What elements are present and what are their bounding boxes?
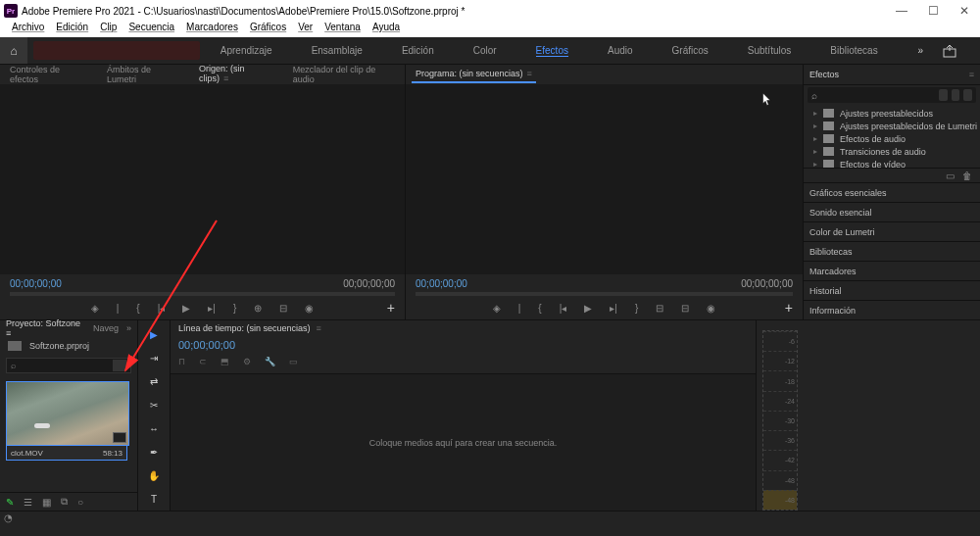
panel-markers[interactable]: Marcadores bbox=[804, 261, 980, 280]
razor-tool-icon[interactable]: ✂ bbox=[146, 397, 162, 413]
panel-menu-icon[interactable]: ≡ bbox=[527, 69, 532, 78]
slip-tool-icon[interactable]: ↔ bbox=[146, 420, 162, 436]
overwrite-icon[interactable]: ⊟ bbox=[279, 303, 287, 314]
workspace-tab-active[interactable]: Efectos bbox=[536, 45, 568, 57]
filter-box-icon[interactable] bbox=[113, 360, 126, 371]
go-out-icon[interactable]: } bbox=[233, 303, 236, 314]
project-home-field[interactable] bbox=[33, 41, 200, 60]
menu-item[interactable]: Ventana bbox=[318, 22, 367, 32]
workspace-tab[interactable]: Gráficos bbox=[672, 45, 709, 56]
linked-selection-icon[interactable]: ⊂ bbox=[199, 357, 207, 366]
tree-row[interactable]: ▸Efectos de vídeo bbox=[804, 158, 980, 168]
panel-essential-sound[interactable]: Sonido esencial bbox=[804, 202, 980, 221]
workspace-tab[interactable]: Bibliotecas bbox=[830, 45, 877, 56]
menu-item[interactable]: Marcadores bbox=[180, 22, 244, 32]
menu-item[interactable]: Archivo bbox=[6, 22, 50, 32]
selection-tool-icon[interactable]: ▶ bbox=[146, 326, 162, 342]
play-icon[interactable]: ▶ bbox=[584, 303, 592, 314]
workspace-tab[interactable]: Edición bbox=[402, 45, 434, 56]
twirl-icon[interactable]: ▸ bbox=[813, 122, 817, 130]
close-button[interactable]: ✕ bbox=[949, 0, 980, 22]
step-back-icon[interactable]: |◂ bbox=[560, 303, 567, 314]
maximize-button[interactable]: ☐ bbox=[917, 0, 949, 22]
tab-timeline[interactable]: Línea de tiempo: (sin secuencias) bbox=[178, 323, 311, 333]
panel-essential-graphics[interactable]: Gráficos esenciales bbox=[804, 182, 980, 202]
go-out-icon[interactable]: } bbox=[635, 303, 638, 314]
go-in-icon[interactable]: { bbox=[136, 303, 139, 314]
mark-out-icon[interactable]: | bbox=[518, 303, 521, 314]
workspace-tab[interactable]: Color bbox=[473, 45, 497, 56]
menu-item[interactable]: Clip bbox=[94, 22, 122, 32]
insert-icon[interactable]: ⊕ bbox=[254, 303, 262, 314]
tree-row[interactable]: ▸Transiciones de audio bbox=[804, 145, 980, 158]
type-tool-icon[interactable]: T bbox=[146, 491, 162, 507]
mark-out-icon[interactable]: | bbox=[117, 303, 120, 314]
workspace-tab[interactable]: Ensamblaje bbox=[312, 45, 363, 56]
ripple-tool-icon[interactable]: ⇄ bbox=[146, 373, 162, 389]
tree-row[interactable]: ▸Efectos de audio bbox=[804, 132, 980, 145]
home-button[interactable]: ⌂ bbox=[0, 37, 27, 64]
menu-item[interactable]: Edición bbox=[50, 22, 94, 32]
export-frame-icon[interactable]: ◉ bbox=[707, 303, 715, 314]
effects-search-input[interactable] bbox=[821, 89, 935, 101]
step-back-icon[interactable]: |◂ bbox=[158, 303, 166, 314]
tab-media-browser[interactable]: Naveg bbox=[93, 323, 119, 333]
panel-overflow-icon[interactable]: » bbox=[126, 323, 131, 333]
preset-filter-icon[interactable] bbox=[939, 89, 948, 101]
panel-lumetri-color[interactable]: Color de Lumetri bbox=[804, 221, 980, 241]
source-timecode-left[interactable]: 00;00;00;00 bbox=[10, 278, 62, 289]
workspace-overflow-button[interactable]: » bbox=[898, 45, 943, 56]
step-fwd-icon[interactable]: ▸| bbox=[610, 303, 617, 314]
panel-history[interactable]: Historial bbox=[804, 280, 980, 300]
button-editor-icon[interactable]: + bbox=[387, 300, 395, 316]
preset-filter-icon[interactable] bbox=[952, 89, 960, 101]
tab-project[interactable]: Proyecto: Softzone ≡ bbox=[6, 318, 85, 338]
tree-row[interactable]: ▸Ajustes preestablecidos de Lumetri bbox=[804, 120, 980, 132]
marker-icon[interactable]: ⬒ bbox=[220, 357, 229, 366]
preset-filter-icon[interactable] bbox=[963, 89, 972, 101]
workspace-tab[interactable]: Audio bbox=[608, 45, 633, 56]
workspace-tab[interactable]: Subtítulos bbox=[748, 45, 791, 56]
menu-item[interactable]: Gráficos bbox=[244, 22, 292, 32]
project-search[interactable]: ⌕ bbox=[6, 358, 131, 373]
freeform-view-icon[interactable]: ⧉ bbox=[61, 496, 68, 508]
timeline-drop-area[interactable]: Coloque medios aquí para crear una secue… bbox=[171, 373, 756, 511]
icon-view-icon[interactable]: ▦ bbox=[42, 497, 51, 508]
panel-menu-icon[interactable]: ≡ bbox=[223, 73, 228, 83]
panel-info[interactable]: Información bbox=[804, 300, 980, 319]
caption-track-icon[interactable]: ▭ bbox=[289, 357, 298, 366]
twirl-icon[interactable]: ▸ bbox=[813, 147, 817, 156]
list-view-icon[interactable]: ☰ bbox=[24, 497, 32, 508]
pen-tool-icon[interactable]: ✒ bbox=[146, 444, 162, 460]
minimize-button[interactable]: — bbox=[886, 0, 917, 22]
track-select-tool-icon[interactable]: ⇥ bbox=[146, 350, 162, 365]
workspace-tab[interactable]: Aprendizaje bbox=[220, 45, 272, 56]
clip-thumbnail[interactable] bbox=[6, 381, 129, 446]
panel-menu-icon[interactable]: ≡ bbox=[317, 323, 321, 333]
delete-icon[interactable]: 🗑 bbox=[962, 171, 972, 181]
tab-program[interactable]: Programa: (sin secuencias)≡ bbox=[412, 66, 536, 83]
lift-icon[interactable]: ⊟ bbox=[656, 303, 663, 314]
go-in-icon[interactable]: { bbox=[538, 303, 541, 314]
menu-item[interactable]: Ver bbox=[292, 22, 318, 32]
write-icon[interactable]: ✎ bbox=[6, 497, 14, 508]
tree-row[interactable]: ▸Ajustes preestablecidos bbox=[804, 107, 980, 120]
twirl-icon[interactable]: ▸ bbox=[813, 109, 817, 118]
settings-icon[interactable]: ⚙ bbox=[243, 357, 251, 366]
mark-in-icon[interactable]: ◈ bbox=[91, 303, 99, 314]
project-clip[interactable]: clot.MOV 58:13 bbox=[6, 381, 127, 461]
share-icon[interactable] bbox=[943, 44, 980, 58]
play-icon[interactable]: ▶ bbox=[182, 303, 190, 314]
new-bin-icon[interactable]: ▭ bbox=[946, 171, 955, 181]
export-frame-icon[interactable]: ◉ bbox=[305, 303, 314, 314]
menu-item[interactable]: Ayuda bbox=[367, 22, 406, 32]
panel-menu-icon[interactable]: ≡ bbox=[969, 70, 974, 79]
twirl-icon[interactable]: ▸ bbox=[813, 160, 817, 168]
timeline-timecode[interactable]: 00;00;00;00 bbox=[178, 339, 235, 351]
extract-icon[interactable]: ⊟ bbox=[681, 303, 689, 314]
menu-item[interactable]: Secuencia bbox=[122, 22, 180, 32]
snap-icon[interactable]: ⊓ bbox=[178, 357, 185, 366]
step-fwd-icon[interactable]: ▸| bbox=[208, 303, 216, 314]
button-editor-icon[interactable]: + bbox=[785, 300, 793, 316]
twirl-icon[interactable]: ▸ bbox=[813, 134, 817, 143]
